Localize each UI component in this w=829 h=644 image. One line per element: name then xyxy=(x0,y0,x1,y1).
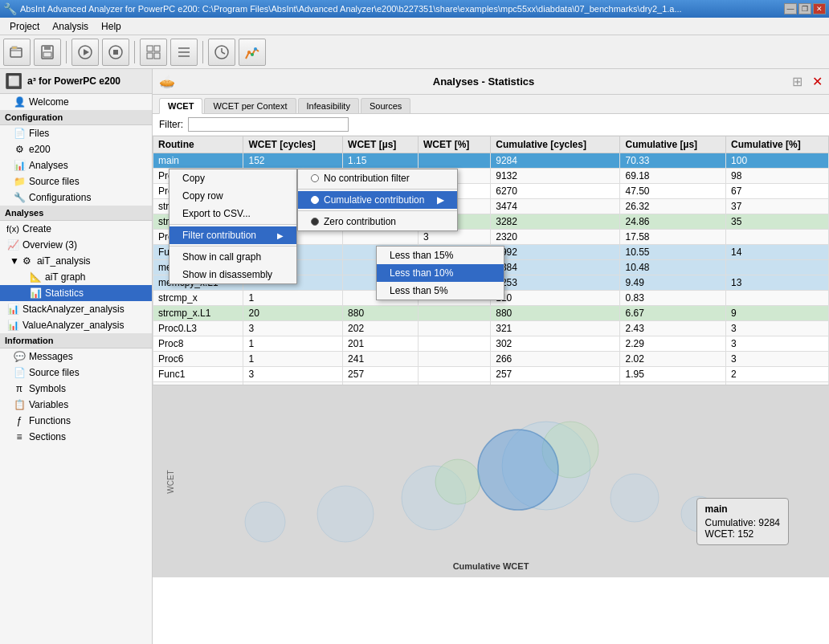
sidebar-item-analyses[interactable]: 📊 Analyses xyxy=(0,157,152,173)
chart-area: WCET Cumulative WCET xyxy=(153,385,829,577)
table-row[interactable]: Proc0.L332023212.433 xyxy=(153,321,829,336)
tab-sources[interactable]: Sources xyxy=(361,98,410,113)
sidebar-item-ait-graph[interactable]: 📐 aiT graph xyxy=(0,269,152,285)
table-cell xyxy=(419,153,491,169)
toolbar-list-button[interactable] xyxy=(170,39,198,66)
context-menu-item-export-csv[interactable]: Export to CSV... xyxy=(169,205,296,222)
sidebar-item-messages[interactable]: 💬 Messages xyxy=(0,348,152,365)
sidebar-item-stackanalyzer[interactable]: 📊 StackAnalyzer_analysis xyxy=(0,301,152,317)
context-filter-contribution-label: Filter contribution xyxy=(182,230,256,241)
submenu2-item-10pct[interactable]: Less than 10% xyxy=(377,264,504,282)
table-cell: 69.18 xyxy=(620,169,726,184)
submenu1-item-no-filter[interactable]: No contribution filter xyxy=(298,169,457,187)
zero-label: Zero contribution xyxy=(324,216,396,227)
table-cell: 6.67 xyxy=(620,306,726,321)
svg-marker-6 xyxy=(84,49,89,55)
table-cell: 201 xyxy=(343,336,419,352)
table-cell: 10.55 xyxy=(620,245,726,260)
table-cell: 3 xyxy=(243,367,343,382)
table-cell: 152 xyxy=(243,153,343,169)
submenu2-item-5pct[interactable]: Less than 5% xyxy=(377,282,504,300)
sidebar-item-variables[interactable]: 📋 Variables xyxy=(0,397,152,413)
minimize-button[interactable]: — xyxy=(784,3,797,14)
submenu1-item-zero[interactable]: Zero contribution xyxy=(298,213,457,230)
table-row[interactable]: strcmp_x.L1208808806.679 xyxy=(153,306,829,321)
sidebar-item-source-files[interactable]: 📁 Source files xyxy=(0,173,152,190)
table-cell: 35 xyxy=(726,214,829,230)
content-restore-icon[interactable]: ⊞ xyxy=(792,74,802,89)
table-cell: 9284 xyxy=(491,153,620,169)
sidebar-item-e200[interactable]: ⚙ e200 xyxy=(0,141,152,157)
sidebar-item-create[interactable]: f(x) Create xyxy=(0,221,152,237)
tab-wcet-context[interactable]: WCET per Context xyxy=(204,98,296,113)
col-header-pct: WCET [%] xyxy=(419,137,491,153)
table-cell xyxy=(419,367,491,382)
table-cell xyxy=(419,306,491,321)
context-menu-item-filter-contribution[interactable]: Filter contribution ▶ xyxy=(169,226,296,244)
titlebar-buttons: — ❐ ✕ xyxy=(784,3,826,14)
context-menu: Copy Copy row Export to CSV... Filter co… xyxy=(169,169,297,284)
sidebar-item-ait[interactable]: ▼ ⚙ aiT_analysis xyxy=(0,253,152,269)
svg-point-20 xyxy=(251,53,254,56)
table-row[interactable]: Proc612412662.023 xyxy=(153,352,829,367)
sidebar-item-info-source-files[interactable]: 📄 Source files xyxy=(0,365,152,381)
submenu2-item-15pct[interactable]: Less than 15% xyxy=(377,247,504,264)
table-row[interactable]: Proc812013022.293 xyxy=(153,336,829,352)
sidebar-create-label: Create xyxy=(22,223,51,234)
sidebar-analyses-header: Analyses xyxy=(0,206,152,221)
content-close-icon[interactable]: ✕ xyxy=(812,74,823,89)
sidebar-item-sections[interactable]: ≡ Sections xyxy=(0,429,152,445)
toolbar-chart-button[interactable] xyxy=(239,39,266,66)
tab-wcet[interactable]: WCET xyxy=(159,98,202,114)
svg-point-21 xyxy=(254,47,257,51)
context-menu-item-copy-row[interactable]: Copy row xyxy=(169,187,296,205)
filter-input[interactable] xyxy=(188,117,349,132)
sidebar-item-functions[interactable]: ƒ Functions xyxy=(0,413,152,429)
menubar: Project Analysis Help xyxy=(0,18,829,35)
menu-analysis[interactable]: Analysis xyxy=(46,19,95,34)
filter-label: Filter: xyxy=(159,119,183,130)
close-button[interactable]: ✕ xyxy=(813,3,826,14)
restore-button[interactable]: ❐ xyxy=(798,3,811,14)
context-menu-item-copy[interactable]: Copy xyxy=(169,169,296,187)
cumulative-radio xyxy=(311,196,319,204)
toolbar-play-button[interactable] xyxy=(71,39,99,66)
col-header-cycles: WCET [cycles] xyxy=(243,137,343,153)
toolbar-grid-button[interactable] xyxy=(140,39,167,66)
sidebar-item-welcome[interactable]: 👤 Welcome xyxy=(0,94,152,110)
toolbar-save-button[interactable] xyxy=(34,39,61,66)
sidebar-ait-graph-label: aiT graph xyxy=(45,271,85,283)
sidebar-functions-label: Functions xyxy=(29,415,71,426)
sidebar-item-configurations[interactable]: 🔧 Configurations xyxy=(0,190,152,206)
table-cell: 1253 xyxy=(491,275,620,291)
sidebar-item-files[interactable]: 📄 Files xyxy=(0,125,152,141)
menu-project[interactable]: Project xyxy=(3,19,46,34)
sections-icon: ≡ xyxy=(13,430,26,443)
overview-icon: 📈 xyxy=(6,238,19,251)
toolbar-open-button[interactable] xyxy=(3,39,31,66)
tab-infeasibility[interactable]: Infeasibility xyxy=(298,98,359,113)
table-row[interactable]: Func132572571.952 xyxy=(153,367,829,382)
sidebar-item-valueanalyzer[interactable]: 📊 ValueAnalyzer_analysis xyxy=(0,317,152,333)
submenu1-sep-2 xyxy=(298,210,457,211)
context-copy-label: Copy xyxy=(182,173,205,184)
context-menu-sep-2 xyxy=(169,246,296,247)
sidebar-item-symbols[interactable]: π Symbols xyxy=(0,381,152,397)
table-cell xyxy=(419,352,491,367)
context-menu-item-show-disassembly[interactable]: Show in disassembly xyxy=(169,266,296,283)
toolbar-stop-button[interactable] xyxy=(102,39,129,66)
table-cell: 1 xyxy=(243,291,343,306)
tooltip-wcet: WCET: 152 xyxy=(705,528,780,540)
context-menu-item-show-call-graph[interactable]: Show in call graph xyxy=(169,248,296,266)
svg-rect-11 xyxy=(147,53,153,59)
sidebar-item-statistics[interactable]: 📊 Statistics xyxy=(0,285,152,301)
toolbar-clock-button[interactable] xyxy=(208,39,235,66)
sidebar-item-overview[interactable]: 📈 Overview (3) xyxy=(0,237,152,253)
table-cell: 10.48 xyxy=(620,260,726,275)
cumulative-arrow: ▶ xyxy=(437,194,444,206)
col-header-us: WCET [µs] xyxy=(343,137,419,153)
menu-help[interactable]: Help xyxy=(95,19,128,34)
value-icon: 📊 xyxy=(6,319,19,332)
submenu1-item-cumulative[interactable]: Cumulative contribution ▶ xyxy=(298,191,457,209)
table-row[interactable]: main1521.15928470.33100 xyxy=(153,153,829,169)
